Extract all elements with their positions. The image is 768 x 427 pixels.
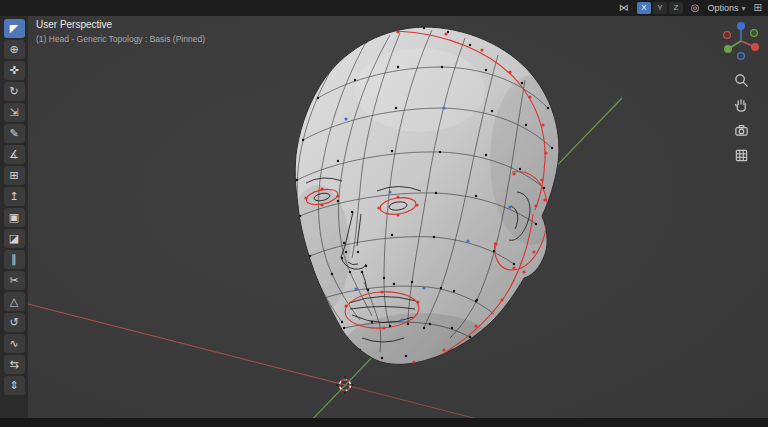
mirror-icon[interactable]: ⋈ (619, 0, 629, 16)
tool-icon: ∿ (9, 337, 18, 349)
tool-scale[interactable]: ⇲ (4, 103, 25, 122)
tool-select-box[interactable]: ◤ (4, 19, 25, 38)
tool-loop-cut[interactable]: ∥ (4, 250, 25, 269)
gizmo-y-axis[interactable] (724, 45, 732, 53)
proportional-editing-icon[interactable]: ◎ (691, 0, 700, 16)
chevron-down-icon: ▾ (742, 4, 746, 13)
tool-icon: ⊞ (9, 169, 18, 181)
axis-toggle-Y[interactable]: Y (653, 2, 667, 14)
tool-add-cube[interactable]: ⊞ (4, 166, 25, 185)
tool-extrude-region[interactable]: ↥ (4, 187, 25, 206)
viewport-header: ⋈ XYZ ◎ Options ▾ ⊞ (0, 0, 768, 16)
options-label: Options (708, 3, 739, 13)
tool-measure[interactable]: ∡ (4, 145, 25, 164)
viewport-nav-controls (718, 18, 764, 164)
tool-icon: ↥ (9, 190, 18, 202)
gizmo-x-neg[interactable] (724, 32, 731, 39)
mirror-axis-toggles: XYZ (637, 2, 683, 14)
tool-icon: ↻ (9, 85, 18, 97)
tool-icon: △ (10, 295, 18, 307)
options-dropdown[interactable]: Options ▾ (708, 3, 746, 13)
tool-icon: ▣ (9, 211, 19, 223)
tool-icon: ◤ (10, 22, 18, 34)
tool-edge-slide[interactable]: ⇆ (4, 355, 25, 374)
camera-view-icon[interactable] (732, 121, 750, 139)
tool-poly-build[interactable]: △ (4, 292, 25, 311)
tool-icon: ⇆ (9, 358, 18, 370)
tool-annotate[interactable]: ✎ (4, 124, 25, 143)
tool-icon: ⇲ (9, 106, 18, 118)
tool-bevel[interactable]: ◪ (4, 229, 25, 248)
tool-rotate[interactable]: ↻ (4, 82, 25, 101)
tool-icon: ✂ (9, 274, 18, 286)
tool-move[interactable]: ✜ (4, 61, 25, 80)
tool-icon: ✜ (9, 64, 18, 76)
gizmo-z-axis[interactable] (737, 22, 745, 30)
axis-toggle-X[interactable]: X (637, 2, 651, 14)
tool-icon: ⇕ (9, 379, 18, 391)
tool-icon: ✎ (9, 127, 18, 139)
blender-window: ⋈ XYZ ◎ Options ▾ ⊞ ◤ ⊕ ✜ ↻ ⇲ ✎ ∡ (0, 0, 768, 427)
orientation-gizmo[interactable] (718, 18, 764, 64)
toggle-ortho-icon[interactable] (732, 146, 750, 164)
x-axis-line (28, 304, 345, 385)
gizmo-y-neg[interactable] (751, 30, 758, 37)
tool-cursor[interactable]: ⊕ (4, 40, 25, 59)
pan-hand-icon[interactable] (732, 96, 750, 114)
tool-inset-faces[interactable]: ▣ (4, 208, 25, 227)
viewport-3d[interactable] (0, 0, 768, 427)
axis-toggle-Z[interactable]: Z (669, 2, 683, 14)
tool-knife[interactable]: ✂ (4, 271, 25, 290)
tool-icon: ∥ (11, 253, 17, 265)
head-mesh[interactable] (286, 27, 574, 377)
tool-icon: ◪ (9, 232, 19, 244)
status-strip (0, 418, 768, 427)
gizmo-z-neg[interactable] (738, 53, 745, 60)
tool-icon: ↺ (9, 316, 18, 328)
tool-icon: ∡ (9, 148, 19, 160)
tool-shrink-fatten[interactable]: ⇕ (4, 376, 25, 395)
tool-sidebar: ◤ ⊕ ✜ ↻ ⇲ ✎ ∡ ⊞ ↥ ▣ ◪ ∥ (0, 16, 28, 418)
zoom-icon[interactable] (732, 71, 750, 89)
tool-spin[interactable]: ↺ (4, 313, 25, 332)
tool-smooth[interactable]: ∿ (4, 334, 25, 353)
gizmo-x-axis[interactable] (751, 43, 759, 51)
editor-menu-icon[interactable]: ⊞ (754, 0, 762, 16)
tool-icon: ⊕ (9, 43, 18, 55)
